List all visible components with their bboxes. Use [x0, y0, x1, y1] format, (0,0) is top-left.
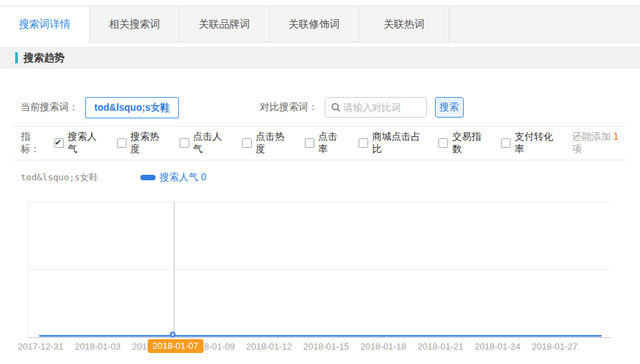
- metric-label: 点击率: [319, 131, 343, 156]
- legend-series-marker[interactable]: [140, 175, 156, 180]
- x-tick-label: 2018-01-27: [532, 341, 578, 352]
- metric-checkbox-搜索热度[interactable]: 搜索热度: [117, 131, 164, 156]
- metric-checkbox-支付转化率[interactable]: 支付转化率: [501, 131, 557, 156]
- crosshair-line: [173, 202, 175, 335]
- axis-pointer-tooltip: 2018-01-07: [148, 339, 204, 353]
- add-more-count: 1: [613, 131, 619, 142]
- metric-checkbox-交易指数[interactable]: 交易指数: [438, 131, 485, 156]
- metric-checkbox-点击人气[interactable]: 点击人气: [180, 131, 226, 156]
- legend-row: tod&lsquo;s女鞋 搜索人气 0: [21, 164, 640, 191]
- checkbox-icon[interactable]: [359, 138, 368, 148]
- tab-搜索词详情[interactable]: 搜索词详情: [0, 6, 90, 43]
- x-tick-label: 2018-01-24: [475, 341, 521, 352]
- compare-keyword-input[interactable]: [343, 102, 412, 113]
- add-more-hint: 还能添加 1 项: [572, 131, 626, 156]
- tab-关联热词[interactable]: 关联热词: [359, 6, 449, 43]
- metric-label: 点击人气: [193, 131, 226, 156]
- x-tick-label: 2018-01-12: [246, 341, 292, 352]
- metric-checkbox-商城点击占比[interactable]: 商城点击占比: [359, 131, 423, 156]
- tab-strip-filler: [449, 6, 640, 43]
- checkbox-icon[interactable]: [438, 138, 448, 148]
- metric-checkbox-点击热度[interactable]: 点击热度: [242, 131, 289, 156]
- gridline: [28, 202, 611, 202]
- y-axis-line: [28, 202, 29, 337]
- highlight-point: [170, 332, 175, 337]
- tab-关联品牌词[interactable]: 关联品牌词: [180, 6, 270, 43]
- checkbox-checked-icon[interactable]: [54, 138, 64, 148]
- checkbox-icon[interactable]: [180, 138, 189, 148]
- metric-label: 商城点击占比: [372, 131, 423, 156]
- add-more-prefix: 还能添加: [572, 131, 610, 142]
- metrics-row: 指标： 搜索人气搜索热度点击人气点击热度点击率商城点击占比交易指数支付转化率 还…: [0, 127, 640, 160]
- compare-input-wrap: [325, 97, 427, 118]
- section-accent-bar: [15, 52, 18, 63]
- x-tick-label: 2017-12-31: [18, 341, 64, 352]
- metric-label: 交易指数: [452, 131, 485, 156]
- metric-checkbox-搜索人气[interactable]: 搜索人气: [54, 131, 101, 156]
- section-header: 搜索趋势: [0, 47, 640, 69]
- x-tick-label: 2018-01-21: [418, 341, 464, 352]
- gridline: [28, 269, 611, 270]
- divider: [14, 160, 626, 160]
- metrics-label: 指标：: [21, 131, 47, 156]
- query-row: 当前搜索词： tod&lsquo;s女鞋 对比搜索词： 搜索: [21, 96, 640, 118]
- x-axis-line: [28, 337, 611, 338]
- search-icon: [331, 103, 341, 112]
- checkbox-icon[interactable]: [501, 138, 511, 148]
- legend-keyword: tod&lsquo;s女鞋: [21, 171, 98, 184]
- compare-keyword-label: 对比搜索词：: [260, 101, 318, 114]
- add-more-suffix: 项: [572, 143, 582, 154]
- tab-相关搜索词[interactable]: 相关搜索词: [90, 6, 180, 43]
- current-keyword-value: tod&lsquo;s女鞋: [85, 97, 179, 118]
- section-title: 搜索趋势: [23, 52, 65, 65]
- metric-checkbox-点击率[interactable]: 点击率: [305, 131, 343, 156]
- metric-label: 支付转化率: [515, 131, 557, 156]
- current-keyword-label: 当前搜索词：: [21, 101, 78, 114]
- metric-label: 点击热度: [256, 131, 289, 156]
- checkbox-icon[interactable]: [242, 138, 252, 148]
- search-button[interactable]: 搜索: [435, 97, 464, 118]
- metric-label: 搜索热度: [131, 131, 164, 156]
- tab-关联修饰词[interactable]: 关联修饰词: [270, 6, 360, 43]
- metrics-list: 搜索人气搜索热度点击人气点击热度点击率商城点击占比交易指数支付转化率: [54, 131, 573, 156]
- trend-chart[interactable]: 2017-12-312018-01-032018-01-062018-01-09…: [0, 191, 640, 356]
- tab-strip: 搜索词详情相关搜索词关联品牌词关联修饰词关联热词: [0, 6, 640, 43]
- series-line: [39, 335, 601, 336]
- legend-series-label[interactable]: 搜索人气 0: [160, 171, 206, 184]
- x-tick-label: 2018-01-03: [75, 341, 121, 352]
- x-tick-label: 2018-01-15: [303, 341, 350, 352]
- x-tick-label: 2018-01-18: [361, 341, 407, 352]
- checkbox-icon[interactable]: [305, 138, 314, 148]
- checkbox-icon[interactable]: [117, 138, 127, 148]
- metric-label: 搜索人气: [68, 131, 101, 156]
